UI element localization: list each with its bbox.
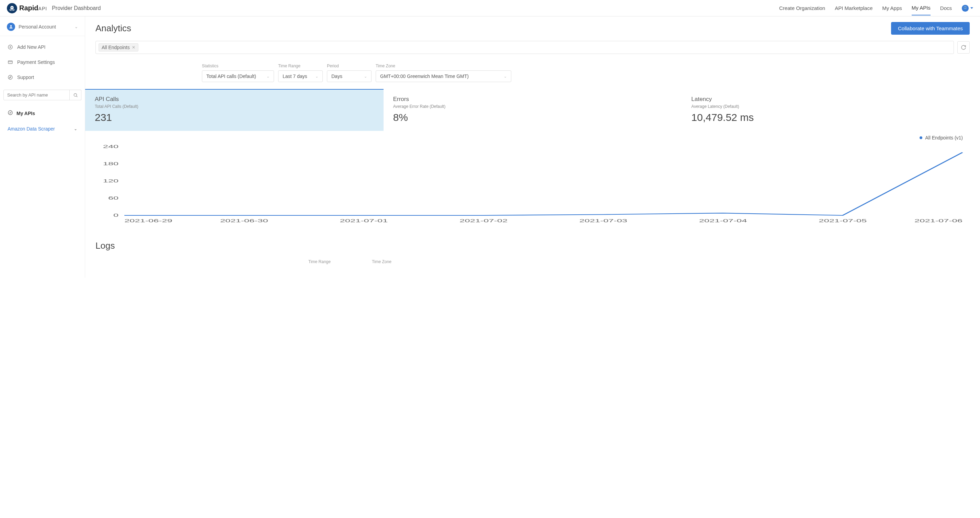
svg-text:2021-06-29: 2021-06-29 <box>124 218 172 223</box>
search-button[interactable] <box>70 90 81 100</box>
chevron-down-icon: ⌄ <box>75 24 78 29</box>
svg-rect-9 <box>8 61 12 64</box>
svg-point-2 <box>12 7 13 8</box>
stat-cards: API Calls Total API Calls (Default) 231 … <box>85 89 980 131</box>
stat-subtitle: Total API Calls (Default) <box>95 104 374 109</box>
stat-subtitle: Average Latency (Default) <box>691 104 970 109</box>
stat-subtitle: Average Error Rate (Default) <box>393 104 672 109</box>
sidebar-search <box>0 85 85 105</box>
svg-text:120: 120 <box>103 178 119 183</box>
stat-card-api-calls[interactable]: API Calls Total API Calls (Default) 231 <box>85 89 383 131</box>
brand-text: RapidAPI <box>19 4 47 12</box>
control-period: Period Days ⌄ <box>327 64 372 82</box>
main-content: Analytics Collaborate with Teammates All… <box>85 16 980 278</box>
control-label: Time Zone <box>375 64 511 69</box>
search-icon <box>73 93 78 97</box>
stat-title: Errors <box>393 96 672 103</box>
logs-title: Logs <box>95 241 970 251</box>
svg-text:2021-07-05: 2021-07-05 <box>819 218 867 223</box>
control-label: Time Range <box>278 64 323 69</box>
sidebar-api-item[interactable]: Amazon Data Scraper ⌄ <box>0 121 85 136</box>
nav-my-apis[interactable]: My APIs <box>912 1 931 16</box>
compass-icon <box>8 75 13 80</box>
statistics-select[interactable]: Total API calls (Default) ⌄ <box>202 70 274 82</box>
sidebar-item-label: Add New API <box>17 44 46 50</box>
svg-point-12 <box>8 111 12 115</box>
logs-timezone-label: Time Zone <box>372 259 391 264</box>
stat-value: 8% <box>393 112 672 123</box>
nav-api-marketplace[interactable]: API Marketplace <box>835 1 872 15</box>
user-menu-button[interactable] <box>961 5 973 12</box>
filter-chip-label: All Endpoints <box>102 45 130 50</box>
legend-label: All Endpoints (v1) <box>925 135 963 140</box>
select-value: Total API calls (Default) <box>206 73 256 79</box>
svg-text:2021-07-03: 2021-07-03 <box>579 218 627 223</box>
svg-text:240: 240 <box>103 144 119 149</box>
sidebar-api-label: Amazon Data Scraper <box>8 126 55 132</box>
account-selector[interactable]: Personal Account ⌄ <box>0 20 85 36</box>
svg-point-0 <box>10 6 14 9</box>
sidebar-item-support[interactable]: Support <box>0 70 85 85</box>
timezone-select[interactable]: GMT+00:00 Greenwich Mean Time GMT) ⌄ <box>375 70 511 82</box>
chevron-down-icon <box>970 7 973 9</box>
svg-point-1 <box>11 7 12 8</box>
brand-logo[interactable]: RapidAPI <box>7 3 47 13</box>
control-statistics: Statistics Total API calls (Default) ⌄ <box>202 64 274 82</box>
svg-text:60: 60 <box>108 196 119 201</box>
stat-value: 231 <box>95 112 374 123</box>
close-icon[interactable]: ✕ <box>132 45 135 50</box>
page-header: Analytics Collaborate with Teammates <box>95 22 970 35</box>
stat-value: 10,479.52 ms <box>691 112 970 123</box>
plus-circle-icon <box>8 44 13 50</box>
endpoint-filter-input[interactable]: All Endpoints ✕ <box>95 41 954 54</box>
stat-card-errors[interactable]: Errors Average Error Rate (Default) 8% <box>383 89 682 131</box>
endpoint-filter-row: All Endpoints ✕ <box>95 41 970 54</box>
sidebar-item-label: Support <box>17 75 34 80</box>
header-nav: Create Organization API Marketplace My A… <box>779 1 973 16</box>
stat-title: API Calls <box>95 96 374 103</box>
chevron-down-icon: ⌄ <box>364 74 367 79</box>
sidebar: Personal Account ⌄ Add New API Payment S… <box>0 16 85 278</box>
filter-chip: All Endpoints ✕ <box>99 43 138 51</box>
legend-dot-icon <box>920 136 922 139</box>
sidebar-heading-my-apis: My APIs <box>0 105 85 121</box>
svg-text:2021-07-02: 2021-07-02 <box>460 218 508 223</box>
control-timerange: Time Range Last 7 days ⌄ <box>278 64 323 82</box>
nav-create-org[interactable]: Create Organization <box>779 1 825 15</box>
svg-point-10 <box>8 75 12 79</box>
top-header: RapidAPI Provider Dashboard Create Organ… <box>0 0 980 16</box>
svg-text:2021-07-06: 2021-07-06 <box>915 218 963 223</box>
dashboard-title: Provider Dashboard <box>52 5 100 11</box>
chevron-down-icon: ⌄ <box>74 126 77 131</box>
svg-text:0: 0 <box>113 213 118 218</box>
sidebar-item-add-api[interactable]: Add New API <box>0 40 85 55</box>
chart-legend: All Endpoints (v1) <box>95 135 963 140</box>
chart-controls: Statistics Total API calls (Default) ⌄ T… <box>95 64 970 82</box>
chevron-down-icon: ⌄ <box>504 74 507 79</box>
control-timezone: Time Zone GMT+00:00 Greenwich Mean Time … <box>375 64 511 82</box>
select-value: GMT+00:00 Greenwich Mean Time GMT) <box>380 73 469 79</box>
select-value: Days <box>331 73 342 79</box>
logs-controls: Time Range Time Zone <box>95 259 970 264</box>
api-search-input[interactable] <box>3 90 70 100</box>
stat-title: Latency <box>691 96 970 103</box>
chevron-down-icon: ⌄ <box>315 74 318 79</box>
timerange-select[interactable]: Last 7 days ⌄ <box>278 70 323 82</box>
stat-card-latency[interactable]: Latency Average Latency (Default) 10,479… <box>682 89 980 131</box>
refresh-button[interactable] <box>957 41 970 54</box>
header-left: RapidAPI Provider Dashboard <box>7 3 100 13</box>
nav-docs[interactable]: Docs <box>940 1 952 15</box>
svg-text:2021-07-01: 2021-07-01 <box>340 218 388 223</box>
chevron-down-icon: ⌄ <box>266 74 270 79</box>
person-icon <box>7 23 15 31</box>
collaborate-button[interactable]: Collaborate with Teammates <box>891 22 970 35</box>
svg-point-7 <box>10 25 12 27</box>
svg-text:180: 180 <box>103 161 119 166</box>
sidebar-item-label: Payment Settings <box>17 59 55 65</box>
control-label: Period <box>327 64 372 69</box>
svg-point-6 <box>966 7 966 8</box>
period-select[interactable]: Days ⌄ <box>327 70 372 82</box>
svg-text:2021-07-04: 2021-07-04 <box>699 218 747 223</box>
sidebar-item-payment[interactable]: Payment Settings <box>0 55 85 70</box>
nav-my-apps[interactable]: My Apps <box>882 1 902 15</box>
